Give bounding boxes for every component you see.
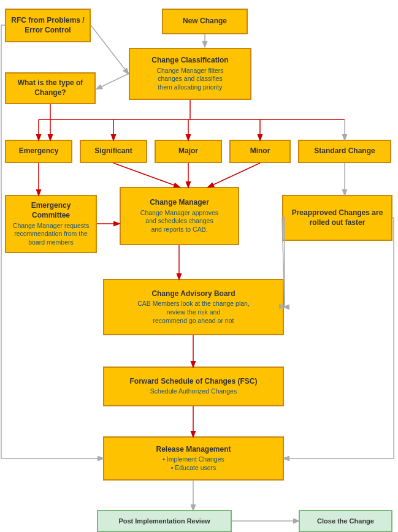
change-manager-box: Change Manager Change Manager approvesan… [120, 187, 239, 245]
preapproved-box: Preapproved Changes arerolled out faster [282, 195, 392, 241]
change-manager-subtitle: Change Manager approvesand schedules cha… [140, 209, 218, 234]
major-box: Major [155, 140, 222, 163]
fsc-subtitle: Schedule Authorized Changes [150, 387, 237, 396]
change-classification-subtitle: Change Manager filterschanges and classi… [156, 67, 223, 92]
change-manager-title: Change Manager [150, 198, 209, 208]
emergency-committee-title: Emergency Committee [11, 201, 91, 220]
fsc-box: Forward Schedule of Changes (FSC) Schedu… [103, 367, 284, 406]
cab-box: Change Advisory Board CAB Members look a… [103, 279, 284, 335]
svg-line-12 [113, 163, 179, 187]
change-classification-box: Change Classification Change Manager fil… [129, 48, 251, 100]
close-change-label: Close the Change [317, 517, 374, 525]
fsc-title: Forward Schedule of Changes (FSC) [129, 377, 257, 387]
cab-subtitle: CAB Members look at the change plan,revi… [137, 300, 250, 325]
significant-label: Significant [94, 146, 132, 156]
standard-change-box: Standard Change [298, 140, 391, 163]
svg-line-14 [209, 163, 260, 187]
standard-change-label: Standard Change [314, 146, 375, 156]
minor-label: Minor [250, 146, 270, 156]
release-box: Release Management • Implement Changes• … [103, 436, 284, 481]
close-change-box: Close the Change [299, 510, 392, 532]
change-classification-title: Change Classification [151, 56, 228, 66]
minor-box: Minor [229, 140, 291, 163]
emergency-committee-subtitle: Change Manager requestsrecommendation fr… [13, 222, 89, 247]
emergency-committee-box: Emergency Committee Change Manager reque… [5, 195, 97, 253]
significant-box: Significant [80, 140, 147, 163]
cab-title: Change Advisory Board [151, 289, 235, 299]
emergency-box: Emergency [5, 140, 72, 163]
svg-line-1 [91, 25, 128, 74]
what-type-box: What is the type ofChange? [5, 72, 96, 104]
preapproved-title: Preapproved Changes arerolled out faster [292, 208, 383, 227]
release-title: Release Management [156, 445, 231, 455]
post-review-label: Post Implementation Review [118, 517, 210, 525]
diagram: RFC from Problems /Error Control New Cha… [0, 0, 398, 532]
what-type-label: What is the type ofChange? [18, 78, 83, 97]
new-change-box: New Change [162, 9, 248, 34]
release-subtitle: • Implement Changes• Educate users [163, 455, 224, 472]
rfc-label: RFC from Problems /Error Control [11, 16, 84, 35]
new-change-label: New Change [183, 17, 227, 26]
major-label: Major [178, 146, 198, 156]
svg-line-2 [97, 74, 129, 89]
post-review-box: Post Implementation Review [97, 510, 232, 532]
rfc-box: RFC from Problems /Error Control [5, 9, 91, 42]
emergency-label: Emergency [19, 146, 59, 156]
